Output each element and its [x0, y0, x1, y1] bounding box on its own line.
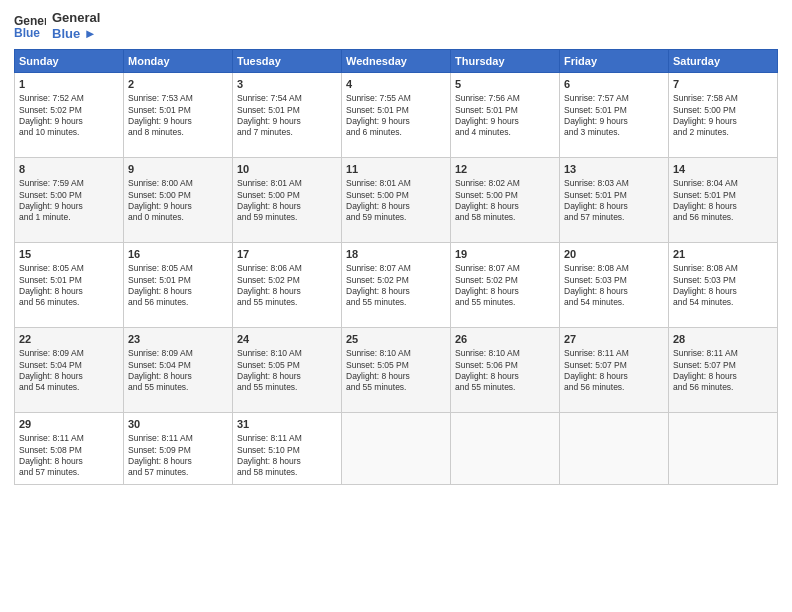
day-number: 28	[673, 332, 773, 347]
day-info: Sunrise: 8:07 AM Sunset: 5:02 PM Dayligh…	[346, 263, 446, 309]
day-number: 8	[19, 162, 119, 177]
day-number: 26	[455, 332, 555, 347]
calendar-cell: 23Sunrise: 8:09 AM Sunset: 5:04 PM Dayli…	[124, 328, 233, 413]
day-info: Sunrise: 7:54 AM Sunset: 5:01 PM Dayligh…	[237, 93, 337, 139]
day-number: 25	[346, 332, 446, 347]
day-number: 31	[237, 417, 337, 432]
calendar-cell: 27Sunrise: 8:11 AM Sunset: 5:07 PM Dayli…	[560, 328, 669, 413]
day-info: Sunrise: 7:53 AM Sunset: 5:01 PM Dayligh…	[128, 93, 228, 139]
calendar-cell	[342, 413, 451, 485]
calendar-cell: 2Sunrise: 7:53 AM Sunset: 5:01 PM Daylig…	[124, 73, 233, 158]
calendar-cell: 10Sunrise: 8:01 AM Sunset: 5:00 PM Dayli…	[233, 158, 342, 243]
day-number: 21	[673, 247, 773, 262]
logo-subtext: Blue ►	[52, 26, 100, 42]
calendar-cell: 14Sunrise: 8:04 AM Sunset: 5:01 PM Dayli…	[669, 158, 778, 243]
day-info: Sunrise: 8:07 AM Sunset: 5:02 PM Dayligh…	[455, 263, 555, 309]
header: General Blue General Blue ►	[14, 10, 778, 41]
calendar-cell: 9Sunrise: 8:00 AM Sunset: 5:00 PM Daylig…	[124, 158, 233, 243]
day-number: 13	[564, 162, 664, 177]
calendar-week-row: 8Sunrise: 7:59 AM Sunset: 5:00 PM Daylig…	[15, 158, 778, 243]
day-info: Sunrise: 8:04 AM Sunset: 5:01 PM Dayligh…	[673, 178, 773, 224]
day-header-thursday: Thursday	[451, 50, 560, 73]
calendar-cell: 15Sunrise: 8:05 AM Sunset: 5:01 PM Dayli…	[15, 243, 124, 328]
day-header-monday: Monday	[124, 50, 233, 73]
calendar-cell: 4Sunrise: 7:55 AM Sunset: 5:01 PM Daylig…	[342, 73, 451, 158]
day-number: 29	[19, 417, 119, 432]
day-info: Sunrise: 7:57 AM Sunset: 5:01 PM Dayligh…	[564, 93, 664, 139]
day-info: Sunrise: 8:10 AM Sunset: 5:05 PM Dayligh…	[346, 348, 446, 394]
calendar-cell: 1Sunrise: 7:52 AM Sunset: 5:02 PM Daylig…	[15, 73, 124, 158]
day-info: Sunrise: 8:03 AM Sunset: 5:01 PM Dayligh…	[564, 178, 664, 224]
day-number: 16	[128, 247, 228, 262]
day-info: Sunrise: 7:59 AM Sunset: 5:00 PM Dayligh…	[19, 178, 119, 224]
day-number: 7	[673, 77, 773, 92]
day-number: 18	[346, 247, 446, 262]
calendar-cell: 19Sunrise: 8:07 AM Sunset: 5:02 PM Dayli…	[451, 243, 560, 328]
day-header-tuesday: Tuesday	[233, 50, 342, 73]
calendar-cell	[451, 413, 560, 485]
day-info: Sunrise: 8:11 AM Sunset: 5:07 PM Dayligh…	[564, 348, 664, 394]
day-number: 20	[564, 247, 664, 262]
day-number: 4	[346, 77, 446, 92]
calendar-cell: 13Sunrise: 8:03 AM Sunset: 5:01 PM Dayli…	[560, 158, 669, 243]
day-number: 22	[19, 332, 119, 347]
svg-text:Blue: Blue	[14, 26, 40, 40]
day-info: Sunrise: 8:05 AM Sunset: 5:01 PM Dayligh…	[19, 263, 119, 309]
day-info: Sunrise: 8:00 AM Sunset: 5:00 PM Dayligh…	[128, 178, 228, 224]
calendar-table: SundayMondayTuesdayWednesdayThursdayFrid…	[14, 49, 778, 485]
day-header-wednesday: Wednesday	[342, 50, 451, 73]
day-number: 10	[237, 162, 337, 177]
page-container: General Blue General Blue ► SundayMonday…	[0, 0, 792, 612]
day-info: Sunrise: 8:11 AM Sunset: 5:09 PM Dayligh…	[128, 433, 228, 479]
calendar-cell: 20Sunrise: 8:08 AM Sunset: 5:03 PM Dayli…	[560, 243, 669, 328]
logo-icon: General Blue	[14, 12, 46, 40]
calendar-week-row: 29Sunrise: 8:11 AM Sunset: 5:08 PM Dayli…	[15, 413, 778, 485]
calendar-cell: 16Sunrise: 8:05 AM Sunset: 5:01 PM Dayli…	[124, 243, 233, 328]
day-info: Sunrise: 8:01 AM Sunset: 5:00 PM Dayligh…	[346, 178, 446, 224]
calendar-cell: 30Sunrise: 8:11 AM Sunset: 5:09 PM Dayli…	[124, 413, 233, 485]
day-number: 1	[19, 77, 119, 92]
logo: General Blue General Blue ►	[14, 10, 100, 41]
calendar-cell: 25Sunrise: 8:10 AM Sunset: 5:05 PM Dayli…	[342, 328, 451, 413]
day-number: 11	[346, 162, 446, 177]
day-info: Sunrise: 8:05 AM Sunset: 5:01 PM Dayligh…	[128, 263, 228, 309]
calendar-header-row: SundayMondayTuesdayWednesdayThursdayFrid…	[15, 50, 778, 73]
day-info: Sunrise: 7:58 AM Sunset: 5:00 PM Dayligh…	[673, 93, 773, 139]
calendar-cell: 12Sunrise: 8:02 AM Sunset: 5:00 PM Dayli…	[451, 158, 560, 243]
calendar-week-row: 22Sunrise: 8:09 AM Sunset: 5:04 PM Dayli…	[15, 328, 778, 413]
calendar-cell: 7Sunrise: 7:58 AM Sunset: 5:00 PM Daylig…	[669, 73, 778, 158]
calendar-cell	[669, 413, 778, 485]
day-number: 5	[455, 77, 555, 92]
day-number: 9	[128, 162, 228, 177]
day-info: Sunrise: 8:09 AM Sunset: 5:04 PM Dayligh…	[128, 348, 228, 394]
day-info: Sunrise: 7:52 AM Sunset: 5:02 PM Dayligh…	[19, 93, 119, 139]
day-info: Sunrise: 8:11 AM Sunset: 5:08 PM Dayligh…	[19, 433, 119, 479]
day-header-friday: Friday	[560, 50, 669, 73]
calendar-cell: 5Sunrise: 7:56 AM Sunset: 5:01 PM Daylig…	[451, 73, 560, 158]
day-info: Sunrise: 8:11 AM Sunset: 5:10 PM Dayligh…	[237, 433, 337, 479]
day-info: Sunrise: 8:08 AM Sunset: 5:03 PM Dayligh…	[564, 263, 664, 309]
calendar-cell: 6Sunrise: 7:57 AM Sunset: 5:01 PM Daylig…	[560, 73, 669, 158]
day-info: Sunrise: 8:11 AM Sunset: 5:07 PM Dayligh…	[673, 348, 773, 394]
calendar-cell: 11Sunrise: 8:01 AM Sunset: 5:00 PM Dayli…	[342, 158, 451, 243]
calendar-cell: 24Sunrise: 8:10 AM Sunset: 5:05 PM Dayli…	[233, 328, 342, 413]
day-number: 12	[455, 162, 555, 177]
calendar-cell: 21Sunrise: 8:08 AM Sunset: 5:03 PM Dayli…	[669, 243, 778, 328]
calendar-cell	[560, 413, 669, 485]
day-number: 6	[564, 77, 664, 92]
day-number: 30	[128, 417, 228, 432]
day-info: Sunrise: 8:01 AM Sunset: 5:00 PM Dayligh…	[237, 178, 337, 224]
day-info: Sunrise: 8:10 AM Sunset: 5:05 PM Dayligh…	[237, 348, 337, 394]
calendar-cell: 28Sunrise: 8:11 AM Sunset: 5:07 PM Dayli…	[669, 328, 778, 413]
day-number: 24	[237, 332, 337, 347]
day-number: 27	[564, 332, 664, 347]
day-number: 19	[455, 247, 555, 262]
calendar-cell: 26Sunrise: 8:10 AM Sunset: 5:06 PM Dayli…	[451, 328, 560, 413]
calendar-week-row: 1Sunrise: 7:52 AM Sunset: 5:02 PM Daylig…	[15, 73, 778, 158]
calendar-cell: 3Sunrise: 7:54 AM Sunset: 5:01 PM Daylig…	[233, 73, 342, 158]
day-number: 14	[673, 162, 773, 177]
day-header-saturday: Saturday	[669, 50, 778, 73]
day-number: 15	[19, 247, 119, 262]
logo-text: General	[52, 10, 100, 26]
day-info: Sunrise: 7:56 AM Sunset: 5:01 PM Dayligh…	[455, 93, 555, 139]
